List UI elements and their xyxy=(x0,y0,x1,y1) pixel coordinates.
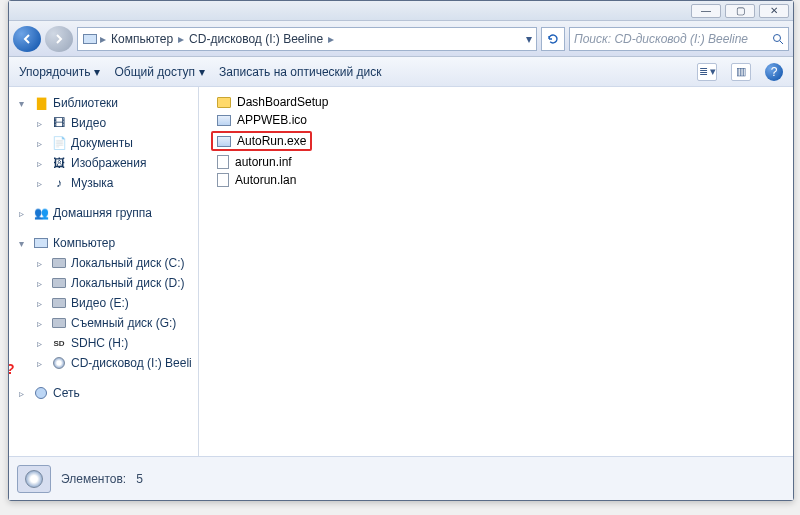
nav-label: Библиотеки xyxy=(53,96,118,110)
body: ▾ ▇ Библиотеки ▹ 🎞 Видео ▹ 📄 Документы ▹… xyxy=(9,87,793,456)
nav-video-e[interactable]: ▹ Видео (E:) xyxy=(9,293,198,313)
maximize-button[interactable]: ▢ xyxy=(725,4,755,18)
view-icon: ≣ xyxy=(699,65,708,78)
help-icon: ? xyxy=(771,65,778,79)
nav-label: Документы xyxy=(71,136,133,150)
file-list[interactable]: DashBoardSetupAPPWEB.icoAutoRun.exeautor… xyxy=(199,87,793,456)
music-icon: ♪ xyxy=(51,175,67,191)
forward-button[interactable] xyxy=(45,26,73,52)
organize-button[interactable]: Упорядочить ▾ xyxy=(19,65,100,79)
search-input[interactable]: Поиск: CD-дисковод (I:) Beeline xyxy=(569,27,789,51)
file-icon xyxy=(217,136,231,147)
file-name: DashBoardSetup xyxy=(237,95,328,109)
expand-icon: ▹ xyxy=(37,118,47,129)
chevron-down-icon: ▾ xyxy=(710,65,716,78)
search-icon xyxy=(772,33,784,45)
nav-local-d[interactable]: ▹ Локальный диск (D:) xyxy=(9,273,198,293)
explorer-window: — ▢ ✕ ▸ Компьютер ▸ CD-дисковод (I:) Bee… xyxy=(8,0,794,501)
nav-pane[interactable]: ▾ ▇ Библиотеки ▹ 🎞 Видео ▹ 📄 Документы ▹… xyxy=(9,87,199,456)
nav-label: Видео xyxy=(71,116,106,130)
expand-icon: ▹ xyxy=(37,338,47,349)
titlebar: — ▢ ✕ xyxy=(9,1,793,21)
share-button[interactable]: Общий доступ ▾ xyxy=(114,65,205,79)
collapse-icon: ▾ xyxy=(19,98,29,109)
nav-label: Домашняя группа xyxy=(53,206,152,220)
refresh-icon xyxy=(546,32,560,46)
file-name: Autorun.lan xyxy=(235,173,296,187)
preview-pane-button[interactable]: ▥ xyxy=(731,63,751,81)
expand-icon: ▹ xyxy=(37,318,47,329)
file-item[interactable]: Autorun.lan xyxy=(199,171,793,189)
status-count: 5 xyxy=(136,472,143,486)
nav-label: Видео (E:) xyxy=(71,296,129,310)
minimize-button[interactable]: — xyxy=(691,4,721,18)
chevron-right-icon: ▸ xyxy=(178,32,184,46)
nav-label: Изображения xyxy=(71,156,146,170)
file-item[interactable]: APPWEB.ico xyxy=(199,111,793,129)
help-button[interactable]: ? xyxy=(765,63,783,81)
file-name: autorun.inf xyxy=(235,155,292,169)
back-button[interactable] xyxy=(13,26,41,52)
nav-pictures[interactable]: ▹ 🖼 Изображения xyxy=(9,153,198,173)
folder-icon xyxy=(217,97,231,108)
nav-label: Сеть xyxy=(53,386,80,400)
nav-label: Съемный диск (G:) xyxy=(71,316,176,330)
expand-icon: ▹ xyxy=(37,158,47,169)
nav-documents[interactable]: ▹ 📄 Документы xyxy=(9,133,198,153)
nav-label: Компьютер xyxy=(53,236,115,250)
chevron-down-icon[interactable]: ▾ xyxy=(526,32,532,46)
sd-icon: SD xyxy=(51,335,67,351)
file-name: APPWEB.ico xyxy=(237,113,307,127)
drive-icon xyxy=(51,315,67,331)
nav-label: CD-дисковод (I:) Beeli xyxy=(71,356,192,370)
arrow-right-icon xyxy=(53,33,65,45)
refresh-button[interactable] xyxy=(541,27,565,51)
nav-local-c[interactable]: ▹ Локальный диск (C:) xyxy=(9,253,198,273)
nav-homegroup[interactable]: ▹ 👥 Домашняя группа xyxy=(9,203,198,223)
file-item[interactable]: AutoRun.exe xyxy=(199,129,793,153)
nav-sdhc-h[interactable]: ▹ SD SDHC (H:) xyxy=(9,333,198,353)
expand-icon: ▹ xyxy=(37,138,47,149)
file-item[interactable]: autorun.inf xyxy=(199,153,793,171)
nav-computer[interactable]: ▾ Компьютер xyxy=(9,233,198,253)
nav-label: Локальный диск (D:) xyxy=(71,276,185,290)
burn-button[interactable]: Записать на оптический диск xyxy=(219,65,382,79)
panel-icon: ▥ xyxy=(736,65,746,78)
view-button[interactable]: ≣▾ xyxy=(697,63,717,81)
chevron-down-icon: ▾ xyxy=(199,65,205,79)
annotation-arrow-icon: ? xyxy=(9,361,15,377)
file-item[interactable]: DashBoardSetup xyxy=(199,93,793,111)
computer-icon xyxy=(82,31,98,47)
nav-removable-g[interactable]: ▹ Съемный диск (G:) xyxy=(9,313,198,333)
file-name: AutoRun.exe xyxy=(237,134,306,148)
close-button[interactable]: ✕ xyxy=(759,4,789,18)
drive-icon xyxy=(51,295,67,311)
drive-icon xyxy=(51,255,67,271)
nav-label: SDHC (H:) xyxy=(71,336,128,350)
arrow-left-icon xyxy=(21,33,33,45)
expand-icon: ▹ xyxy=(37,258,47,269)
file-icon xyxy=(217,115,231,126)
homegroup-icon: 👥 xyxy=(33,205,49,221)
breadcrumb[interactable]: ▸ Компьютер ▸ CD-дисковод (I:) Beeline ▸… xyxy=(77,27,537,51)
nav-network[interactable]: ▹ Сеть xyxy=(9,383,198,403)
file-icon xyxy=(217,173,229,187)
documents-icon: 📄 xyxy=(51,135,67,151)
computer-icon xyxy=(33,235,49,251)
breadcrumb-computer[interactable]: Компьютер xyxy=(108,32,176,46)
expand-icon: ▹ xyxy=(37,278,47,289)
nav-video[interactable]: ▹ 🎞 Видео xyxy=(9,113,198,133)
organize-label: Упорядочить xyxy=(19,65,90,79)
expand-icon: ▹ xyxy=(19,388,29,399)
nav-music[interactable]: ▹ ♪ Музыка xyxy=(9,173,198,193)
search-placeholder: Поиск: CD-дисковод (I:) Beeline xyxy=(574,32,748,46)
nav-cd-i[interactable]: ▹ CD-дисковод (I:) Beeli xyxy=(9,353,198,373)
expand-icon: ▹ xyxy=(37,298,47,309)
toolbar: Упорядочить ▾ Общий доступ ▾ Записать на… xyxy=(9,57,793,87)
expand-icon: ▹ xyxy=(37,178,47,189)
video-icon: 🎞 xyxy=(51,115,67,131)
breadcrumb-current[interactable]: CD-дисковод (I:) Beeline xyxy=(186,32,326,46)
file-icon xyxy=(217,155,229,169)
cd-icon xyxy=(51,355,67,371)
nav-libraries[interactable]: ▾ ▇ Библиотеки xyxy=(9,93,198,113)
